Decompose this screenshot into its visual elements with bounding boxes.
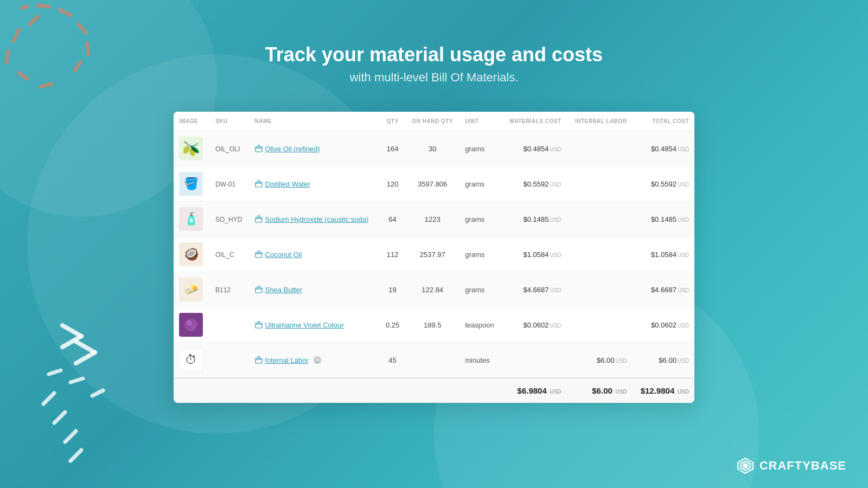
svg-rect-22 xyxy=(256,147,262,152)
cell-unit: teaspoon xyxy=(459,307,501,343)
unit-value: grams xyxy=(465,180,484,188)
cell-name[interactable]: Sodium Hydroxide (caustic soda) xyxy=(250,202,380,237)
product-image: 🪣 xyxy=(179,172,203,196)
totals-empty-3 xyxy=(250,378,380,403)
material-name-link[interactable]: Internal Labor? xyxy=(255,356,374,364)
col-image: IMAGE xyxy=(174,112,210,131)
totals-empty-4 xyxy=(380,378,405,403)
cell-materials-cost xyxy=(501,343,566,378)
materials-cost-currency: USD xyxy=(550,287,561,293)
cell-on-hand-qty: 189.5 xyxy=(405,307,459,343)
unit-value: grams xyxy=(465,251,484,259)
col-total-cost: TOTAL COST xyxy=(633,112,694,131)
product-image: 🧈 xyxy=(179,278,203,301)
cell-name[interactable]: Ultramarine Violet Colour xyxy=(250,307,380,343)
total-cost-value: $0.1485 xyxy=(651,215,676,223)
total-cost-value: $0.5592 xyxy=(651,180,676,188)
table-row: 🥥OIL_C Coconut Oil1122537.97grams$1.0584… xyxy=(174,237,694,272)
cell-total-cost: $0.0602USD xyxy=(633,307,694,343)
cell-total-cost: $0.4854USD xyxy=(633,131,694,166)
materials-cost-currency: USD xyxy=(550,252,561,258)
svg-point-29 xyxy=(191,324,195,329)
help-icon[interactable]: ? xyxy=(314,356,321,364)
cell-sku xyxy=(210,343,250,378)
totals-empty-5 xyxy=(405,378,459,403)
cell-total-cost: $1.0584USD xyxy=(633,237,694,272)
materials-cost-value: $0.4854 xyxy=(523,145,548,153)
material-name: Sodium Hydroxide (caustic soda) xyxy=(265,215,369,223)
cell-internal-labor xyxy=(567,166,633,202)
material-name-link[interactable]: Distilled Water xyxy=(255,180,374,188)
unit-value: teaspoon xyxy=(465,321,494,329)
cell-sku xyxy=(210,307,250,343)
totals-materials-cost-value: $6.9804 xyxy=(518,386,547,395)
material-name: Coconut Oil xyxy=(265,251,302,259)
svg-point-28 xyxy=(187,320,192,326)
materials-cost-value: $0.1485 xyxy=(523,215,548,223)
cell-total-cost: $0.5592USD xyxy=(633,166,694,202)
headline-subtitle: with multi-level Bill Of Materials. xyxy=(265,70,603,85)
total-cost-value: $0.0602 xyxy=(651,321,676,329)
product-image xyxy=(179,313,203,337)
total-cost-currency: USD xyxy=(678,358,689,364)
svg-rect-26 xyxy=(256,288,262,293)
cell-image: 🥥 xyxy=(174,237,210,272)
cell-internal-labor xyxy=(567,202,633,237)
material-name-link[interactable]: Olive Oil (refined) xyxy=(255,145,374,153)
total-cost-value: $1.0584 xyxy=(651,251,676,259)
cell-unit: grams xyxy=(459,272,501,307)
product-image: ⏱ xyxy=(179,348,203,372)
craftybase-logo: CRAFTYBASE xyxy=(737,457,846,474)
total-cost-currency: USD xyxy=(678,287,689,293)
svg-rect-23 xyxy=(256,182,262,187)
cell-sku: B112 xyxy=(210,272,250,307)
totals-internal-labor-currency: USD xyxy=(615,389,627,395)
unit-value: grams xyxy=(465,215,484,223)
cell-sku: OIL_OLI xyxy=(210,131,250,166)
col-sku: SKU xyxy=(210,112,250,131)
product-image: 🫒 xyxy=(179,137,203,160)
col-internal-labor: INTERNAL LABOR xyxy=(567,112,633,131)
table-row: 🧴SO_HYD Sodium Hydroxide (caustic soda)6… xyxy=(174,202,694,237)
cell-qty: 64 xyxy=(380,202,405,237)
cell-name[interactable]: Internal Labor? xyxy=(250,343,380,378)
cell-name[interactable]: Shea Butter xyxy=(250,272,380,307)
totals-empty-6 xyxy=(459,378,501,403)
total-cost-value: $6.00 xyxy=(659,356,676,364)
cell-on-hand-qty: 1223 xyxy=(405,202,459,237)
total-cost-currency: USD xyxy=(678,146,689,152)
cell-name[interactable]: Distilled Water xyxy=(250,166,380,202)
total-cost-currency: USD xyxy=(678,323,689,329)
material-name: Ultramarine Violet Colour xyxy=(265,321,344,329)
table-row: 🪣DW-01 Distilled Water1203597.806grams$0… xyxy=(174,166,694,202)
cell-name[interactable]: Coconut Oil xyxy=(250,237,380,272)
internal-labor-currency: USD xyxy=(615,358,627,364)
sku-value: B112 xyxy=(215,286,231,294)
material-name-link[interactable]: Shea Butter xyxy=(255,286,374,294)
cell-materials-cost: $0.4854USD xyxy=(501,131,566,166)
material-name-link[interactable]: Ultramarine Violet Colour xyxy=(255,321,374,329)
sku-value: OIL_C xyxy=(215,251,234,259)
cell-unit: grams xyxy=(459,131,501,166)
cell-name[interactable]: Olive Oil (refined) xyxy=(250,131,380,166)
cell-image: ⏱ xyxy=(174,343,210,378)
material-name-link[interactable]: Sodium Hydroxide (caustic soda) xyxy=(255,215,374,223)
materials-cost-value: $1.0584 xyxy=(523,251,548,259)
cell-materials-cost: $4.6687USD xyxy=(501,272,566,307)
svg-line-20 xyxy=(71,450,81,461)
sku-value: SO_HYD xyxy=(215,216,242,223)
material-name-link[interactable]: Coconut Oil xyxy=(255,251,374,259)
col-name: NAME xyxy=(250,112,380,131)
cell-on-hand-qty: 3597.806 xyxy=(405,166,459,202)
materials-cost-currency: USD xyxy=(550,146,561,152)
cell-sku: DW-01 xyxy=(210,166,250,202)
materials-cost-currency: USD xyxy=(550,182,561,188)
material-name: Distilled Water xyxy=(265,180,310,188)
svg-rect-30 xyxy=(256,323,262,328)
total-cost-value: $4.6687 xyxy=(651,286,676,294)
cell-materials-cost: $0.5592USD xyxy=(501,166,566,202)
cell-unit: grams xyxy=(459,202,501,237)
cell-qty: 112 xyxy=(380,237,405,272)
cell-unit: grams xyxy=(459,166,501,202)
totals-internal-labor-value: $6.00 xyxy=(592,386,612,395)
